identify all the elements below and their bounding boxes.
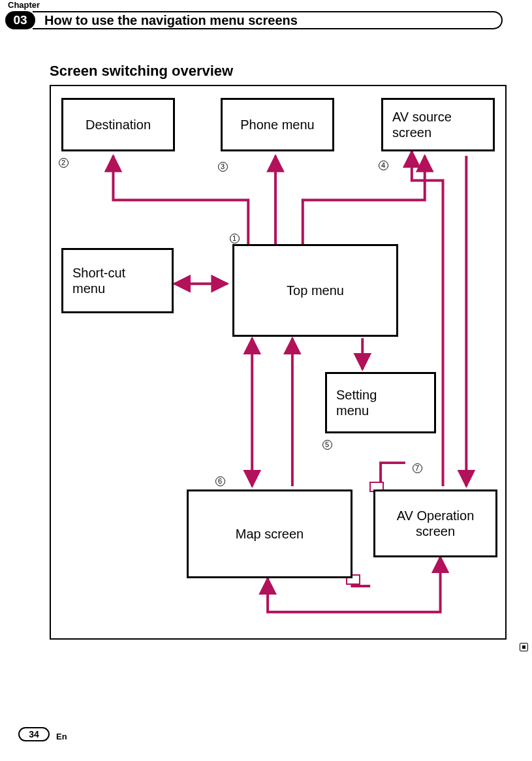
box-av-operation-label: AV Operation screen: [397, 508, 475, 539]
callout-4: 4: [377, 159, 389, 171]
chapter-label: Chapter: [8, 0, 40, 10]
page-number-badge: 34: [18, 727, 50, 741]
box-phone-menu-label: Phone menu: [240, 117, 314, 132]
box-top-menu-label: Top menu: [287, 283, 344, 298]
page-title: How to use the navigation menu screens: [33, 11, 503, 29]
box-av-source: AV source screen: [381, 98, 495, 151]
box-setting-menu-label: Setting menu: [336, 387, 377, 418]
box-destination: Destination: [61, 98, 175, 151]
box-map-screen: Map screen: [187, 489, 352, 578]
callout-2: 2: [57, 157, 69, 168]
diagram-frame: Destination Phone menu AV source screen …: [50, 85, 507, 640]
end-of-section-icon: [520, 643, 528, 651]
section-heading: Screen switching overview: [50, 63, 233, 80]
box-shortcut: Short-cut menu: [61, 248, 174, 313]
callout-1: 1: [228, 232, 240, 244]
box-setting-menu: Setting menu: [325, 372, 436, 433]
box-destination-label: Destination: [86, 117, 151, 132]
box-phone-menu: Phone menu: [221, 98, 334, 151]
box-map-screen-label: Map screen: [236, 526, 304, 542]
box-top-menu: Top menu: [232, 244, 398, 337]
callout-3: 3: [217, 161, 228, 172]
callout-5: 5: [321, 439, 333, 450]
box-av-source-label: AV source screen: [392, 109, 452, 140]
chapter-number-badge: 03: [5, 11, 35, 29]
page: Chapter 03 How to use the navigation men…: [0, 0, 532, 761]
box-shortcut-label: Short-cut menu: [72, 265, 125, 296]
callout-6: 6: [214, 475, 226, 487]
callout-7: 7: [411, 462, 423, 474]
language-label: En: [56, 732, 67, 741]
box-av-operation: AV Operation screen: [373, 489, 497, 557]
